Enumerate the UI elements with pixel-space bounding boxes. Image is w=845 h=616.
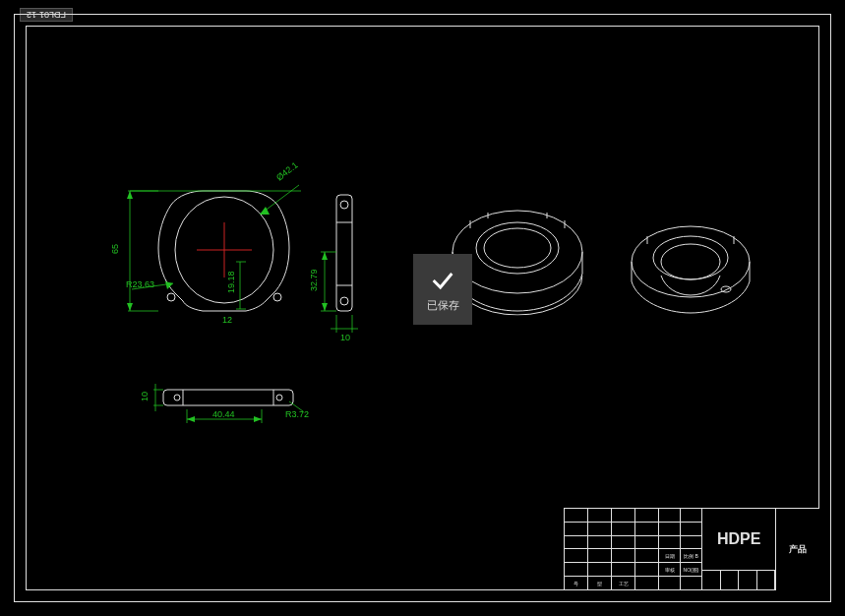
svg-text:Ø42.1: Ø42.1 bbox=[274, 160, 299, 183]
title-block-grid: 日期比例 B 审核NO(图) 号型工艺 bbox=[565, 509, 702, 590]
svg-marker-32 bbox=[322, 303, 328, 311]
svg-point-66 bbox=[721, 286, 731, 292]
svg-point-63 bbox=[632, 226, 750, 297]
svg-point-26 bbox=[340, 201, 348, 209]
save-toast: 已保存 bbox=[413, 254, 472, 325]
iso-view-2 bbox=[632, 226, 750, 313]
svg-text:10: 10 bbox=[140, 392, 150, 401]
svg-text:40.44: 40.44 bbox=[212, 409, 235, 419]
title-block: 日期比例 B 审核NO(图) 号型工艺 HDPE 产品 bbox=[564, 508, 819, 590]
svg-point-41 bbox=[174, 395, 180, 400]
svg-point-1 bbox=[167, 293, 175, 301]
svg-point-57 bbox=[484, 228, 551, 268]
bottom-view: 10 40.44 R3.72 bbox=[140, 384, 309, 423]
svg-point-2 bbox=[273, 293, 281, 301]
front-view: 65 R23.63 Ø42.1 19.18 12 bbox=[110, 160, 301, 325]
material-label: HDPE bbox=[702, 509, 776, 571]
svg-rect-23 bbox=[336, 195, 352, 311]
side-view: 32.79 10 bbox=[309, 195, 358, 342]
svg-text:65: 65 bbox=[110, 244, 120, 254]
svg-marker-13 bbox=[165, 281, 173, 289]
svg-text:32.79: 32.79 bbox=[309, 269, 319, 291]
product-label: 产品 bbox=[776, 509, 819, 590]
svg-marker-8 bbox=[127, 191, 133, 199]
svg-marker-9 bbox=[127, 303, 133, 311]
svg-marker-50 bbox=[187, 416, 195, 422]
svg-text:R3.72: R3.72 bbox=[285, 409, 309, 419]
svg-point-27 bbox=[340, 297, 348, 305]
svg-marker-51 bbox=[254, 416, 262, 422]
svg-point-56 bbox=[476, 222, 559, 274]
svg-point-42 bbox=[276, 395, 282, 400]
svg-point-65 bbox=[661, 244, 720, 279]
svg-text:10: 10 bbox=[340, 333, 350, 342]
svg-text:19.18: 19.18 bbox=[226, 271, 236, 293]
svg-marker-31 bbox=[322, 252, 328, 260]
toast-label: 已保存 bbox=[427, 298, 459, 313]
svg-text:R23.63: R23.63 bbox=[126, 279, 154, 289]
svg-text:12: 12 bbox=[222, 315, 232, 325]
svg-point-64 bbox=[653, 236, 728, 279]
checkmark-icon bbox=[429, 267, 456, 294]
